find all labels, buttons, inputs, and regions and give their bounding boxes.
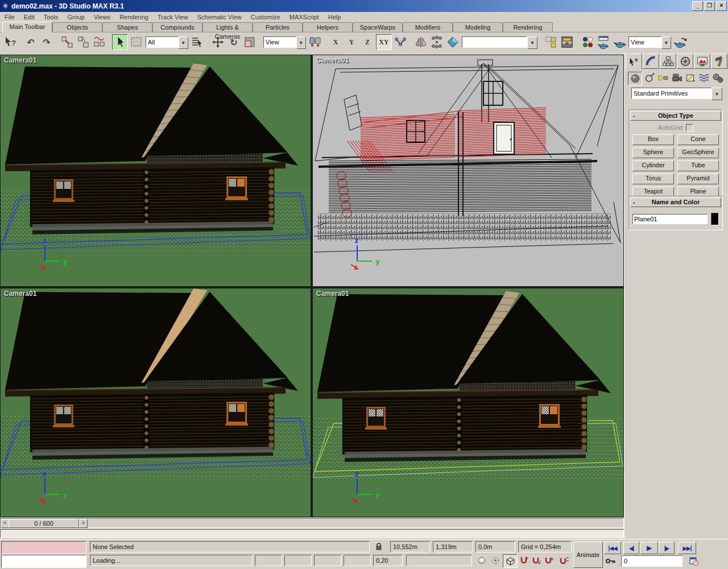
viewport-label[interactable]: Camera01	[316, 56, 349, 64]
restrict-xy-plane-button[interactable]: XY	[376, 34, 392, 50]
spinner-snap-button[interactable]	[559, 555, 570, 566]
shapes-category-button[interactable]	[643, 72, 656, 84]
menu-help[interactable]: Help	[324, 13, 346, 21]
viewport-label[interactable]: Camera01	[316, 290, 349, 298]
viewport-top-left[interactable]: zyx Camera01	[1, 55, 311, 286]
region-select-button[interactable]	[129, 35, 144, 50]
time-configuration-button[interactable]	[687, 555, 701, 567]
coordinate-z-field[interactable]: 0,0m	[475, 541, 515, 552]
tab-lights-cameras[interactable]: Lights & Cameras	[202, 22, 253, 32]
object-type-geosphere-button[interactable]: GeoSphere	[677, 147, 719, 158]
minimize-button[interactable]: _	[692, 1, 703, 11]
restrict-x-button[interactable]: X	[328, 35, 343, 50]
render-type-dropdown[interactable]: View▼	[628, 36, 671, 48]
selection-lock-button[interactable]	[373, 541, 385, 552]
menu-tools[interactable]: Tools	[39, 13, 63, 21]
go-to-start-button[interactable]: |◀◀	[604, 542, 621, 554]
mirror-button[interactable]	[413, 35, 428, 50]
menu-schematic-view[interactable]: Schematic View	[193, 13, 246, 21]
autogrid-checkbox[interactable]	[686, 124, 693, 131]
coordinate-x-field[interactable]: 10,552m	[390, 541, 430, 552]
chevron-down-icon[interactable]: ▼	[527, 36, 537, 49]
track-bar[interactable]	[0, 529, 624, 538]
viewport-top-right[interactable]: zyx Camera01	[313, 55, 623, 286]
tab-particles[interactable]: Particles	[253, 22, 303, 32]
help-mode-button[interactable]: ?	[3, 35, 18, 50]
use-pivot-point-button[interactable]	[308, 35, 322, 50]
unlink-button[interactable]	[76, 35, 90, 50]
modify-tab[interactable]	[643, 53, 659, 69]
maxscript-mini-listener-pink[interactable]	[1, 541, 86, 554]
bind-to-spacewarp-button[interactable]	[92, 35, 106, 50]
selection-filter-dropdown[interactable]: All▼	[146, 36, 188, 48]
chevron-down-icon[interactable]: ▼	[712, 88, 722, 100]
align-button[interactable]	[429, 35, 444, 50]
object-type-cone-button[interactable]: Cone	[677, 134, 719, 145]
go-to-end-button[interactable]: ▶▶|	[678, 542, 696, 554]
time-slider-track[interactable]	[0, 518, 624, 528]
time-next-arrow[interactable]: >	[79, 519, 88, 528]
select-and-scale-button[interactable]	[242, 35, 257, 50]
restrict-y-button[interactable]: Y	[344, 35, 359, 50]
cameras-category-button[interactable]	[670, 72, 683, 84]
tab-main-toolbar[interactable]: Main Toolbar	[2, 22, 52, 32]
animate-button[interactable]: Animate	[573, 542, 603, 568]
object-type-rollout-header[interactable]: - Object Type	[630, 111, 721, 121]
menu-file[interactable]: File	[0, 13, 19, 21]
snap-toggle-button[interactable]	[503, 554, 518, 568]
menu-group[interactable]: Group	[63, 13, 89, 21]
soft-selection-button[interactable]	[475, 555, 488, 566]
array-button[interactable]	[445, 35, 460, 50]
named-selection-sets-dropdown[interactable]: ▼	[462, 36, 537, 48]
material-editor-button[interactable]	[580, 35, 595, 50]
menu-views[interactable]: Views	[89, 13, 115, 21]
tab-modifiers[interactable]: Modifiers	[403, 22, 453, 32]
tab-objects[interactable]: Objects	[52, 22, 102, 32]
tab-rendering[interactable]: Rendering	[503, 22, 553, 32]
object-type-box-button[interactable]: Box	[632, 134, 674, 145]
current-frame-field[interactable]: 0	[621, 555, 682, 567]
tab-compounds[interactable]: Compounds	[152, 22, 202, 32]
open-track-view-button[interactable]	[560, 35, 574, 50]
percent-snap-button[interactable]: %	[544, 555, 555, 566]
set-key-button[interactable]	[604, 555, 618, 567]
tab-shapes[interactable]: Shapes	[102, 22, 152, 32]
systems-category-button[interactable]	[711, 72, 724, 84]
object-color-swatch[interactable]	[711, 213, 719, 225]
object-type-sphere-button[interactable]: Sphere	[632, 147, 674, 158]
object-type-pyramid-button[interactable]: Pyramid	[677, 174, 719, 184]
crossing-selection-button[interactable]	[489, 555, 502, 566]
object-type-cylinder-button[interactable]: Cylinder	[632, 160, 674, 171]
viewport-label[interactable]: Camera01	[4, 56, 36, 64]
menu-customize[interactable]: Customize	[246, 13, 285, 21]
menu-track-view[interactable]: Track View	[153, 13, 193, 21]
object-type-tube-button[interactable]: Tube	[677, 160, 719, 171]
select-and-move-button[interactable]	[210, 35, 225, 50]
coordinate-y-field[interactable]: 1,319m	[433, 541, 473, 552]
restore-button[interactable]: ❐	[704, 1, 715, 11]
lights-category-button[interactable]	[656, 72, 669, 84]
select-and-rotate-button[interactable]: ↻	[226, 35, 241, 50]
hierarchy-tab[interactable]	[660, 53, 676, 69]
reference-coordinate-dropdown[interactable]: View▼	[263, 36, 306, 48]
select-object-button[interactable]	[112, 34, 128, 50]
tab-helpers[interactable]: Helpers	[303, 22, 353, 32]
time-prev-arrow[interactable]: <	[1, 519, 9, 528]
viewport-bottom-left[interactable]: zyx Camera01	[1, 288, 311, 517]
object-category-dropdown[interactable]: Standard Primitives ▼	[631, 88, 722, 99]
degradation-field[interactable]: 0,20	[373, 555, 403, 566]
menu-maxscript[interactable]: MAXScript	[285, 13, 324, 21]
angle-snap-button[interactable]	[531, 555, 543, 566]
restrict-z-button[interactable]: Z	[360, 35, 375, 50]
title-bar[interactable]: ✳ demo02.max - 3D Studio MAX R3.1 _ ❐ ×	[0, 0, 728, 12]
spacewarps-category-button[interactable]	[697, 72, 710, 84]
time-slider-thumb[interactable]: 0 / 600	[9, 519, 79, 528]
viewport-label[interactable]: Camera01	[4, 290, 36, 298]
create-tab[interactable]	[626, 53, 642, 70]
motion-tab[interactable]	[677, 53, 693, 69]
snap-3d-button[interactable]: 3	[519, 555, 530, 566]
redo-button[interactable]: ↷	[39, 35, 54, 50]
next-frame-button[interactable]: |▶	[659, 542, 675, 554]
close-button[interactable]: ×	[716, 1, 727, 11]
menu-edit[interactable]: Edit	[19, 13, 39, 21]
